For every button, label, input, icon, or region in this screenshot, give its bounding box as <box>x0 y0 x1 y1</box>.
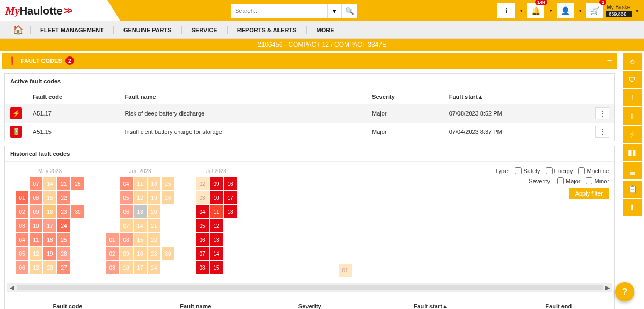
row-actions-menu[interactable]: ⋮ <box>595 126 609 138</box>
calendar-day[interactable]: 01 <box>339 264 352 277</box>
notifications-button[interactable]: 🔔 144 <box>527 3 544 18</box>
calendar-day[interactable]: 22 <box>57 191 70 204</box>
calendar-day[interactable]: 15 <box>134 233 147 246</box>
calendar-day[interactable]: 11 <box>134 177 147 190</box>
nav-genuine-parts[interactable]: GENUINE PARTS <box>113 26 181 34</box>
hist-col-severity[interactable]: Severity <box>262 299 358 309</box>
calendar-day[interactable]: 10 <box>30 219 42 232</box>
calendar-day[interactable]: 11 <box>30 233 42 246</box>
calendar-day[interactable]: 05 <box>196 219 209 232</box>
calendar-day[interactable]: 05 <box>120 191 133 204</box>
scroll-left-arrow[interactable]: ◀ <box>7 284 17 291</box>
calendar-day[interactable]: 02 <box>196 177 209 190</box>
scroll-track[interactable] <box>17 285 603 290</box>
calendar-day[interactable]: 23 <box>57 205 70 218</box>
rail-item-3[interactable]: ⫴ <box>623 107 642 125</box>
calendar-day[interactable]: 16 <box>134 247 147 260</box>
scroll-right-arrow[interactable]: ▶ <box>603 284 612 291</box>
filter-type-energy[interactable]: Energy <box>546 167 573 174</box>
checkbox-major[interactable] <box>557 177 564 184</box>
calendar-day[interactable]: 26 <box>57 247 70 260</box>
nav-fleet-management[interactable]: FLEET MANAGEMENT <box>30 26 113 34</box>
calendar-day[interactable]: 01 <box>106 233 119 246</box>
calendar-scrollbar[interactable]: ◀ ▶ <box>7 283 612 292</box>
calendar-day[interactable]: 06 <box>120 205 133 218</box>
calendar-day[interactable]: 04 <box>120 177 133 190</box>
hist-col-fault-end[interactable]: Fault end <box>504 299 613 309</box>
checkbox-machine[interactable] <box>578 167 585 174</box>
calendar-day[interactable]: 13 <box>134 205 147 218</box>
collapse-button[interactable]: − <box>607 56 612 66</box>
rail-item-0[interactable]: ⎋ <box>623 53 642 70</box>
checkbox-safety[interactable] <box>515 167 522 174</box>
calendar-day[interactable]: 18 <box>224 205 237 218</box>
col-severity[interactable]: Severity <box>367 89 444 104</box>
calendar-day[interactable]: 11 <box>210 205 223 218</box>
calendar-day[interactable]: 02 <box>106 247 119 260</box>
calendar-day[interactable]: 05 <box>16 247 28 260</box>
calendar-day[interactable]: 25 <box>162 177 174 190</box>
calendar-day[interactable]: 04 <box>196 205 209 218</box>
calendar-day[interactable]: 23 <box>148 247 160 260</box>
filter-severity-major[interactable]: Major <box>557 177 581 184</box>
calendar-day[interactable]: 12 <box>134 191 147 204</box>
calendar-day[interactable]: 07 <box>120 219 133 232</box>
calendar-day[interactable]: 13 <box>210 233 223 246</box>
nav-service[interactable]: SERVICE <box>181 26 227 34</box>
nav-reports-alerts[interactable]: REPORTS & ALERTS <box>227 26 306 34</box>
calendar-day[interactable]: 08 <box>120 233 133 246</box>
checkbox-energy[interactable] <box>546 167 553 174</box>
calendar-day[interactable]: 15 <box>210 261 223 274</box>
calendar-day[interactable]: 10 <box>210 191 223 204</box>
hist-col-fault-start[interactable]: Fault start▲ <box>359 299 503 309</box>
calendar-day[interactable]: 16 <box>224 177 237 190</box>
calendar-day[interactable]: 30 <box>71 205 84 218</box>
calendar-day[interactable]: 16 <box>43 205 56 218</box>
filter-type-machine[interactable]: Machine <box>578 167 609 174</box>
rail-item-8[interactable]: ⬇ <box>623 199 642 216</box>
calendar-day[interactable]: 12 <box>30 247 42 260</box>
filter-type-safety[interactable]: Safety <box>515 167 540 174</box>
rail-item-7[interactable]: 📋 <box>623 181 642 198</box>
col-fault-code[interactable]: Fault code <box>27 89 120 104</box>
hist-col-fault-code[interactable]: Fault code <box>6 299 129 309</box>
calendar-day[interactable]: 21 <box>148 219 160 232</box>
calendar-day[interactable]: 18 <box>148 177 160 190</box>
apply-filter-button[interactable]: Apply filter <box>569 188 609 199</box>
calendar-day[interactable]: 14 <box>43 177 56 190</box>
calendar-day[interactable]: 07 <box>196 247 209 260</box>
rail-item-5[interactable]: ▮▮ <box>623 144 642 161</box>
checkbox-minor[interactable] <box>586 177 592 184</box>
calendar-day[interactable]: 14 <box>210 247 223 260</box>
calendar-day[interactable]: 22 <box>148 233 160 246</box>
calendar-day[interactable]: 15 <box>43 191 56 204</box>
nav-more[interactable]: MORE <box>306 26 344 34</box>
calendar-day[interactable]: 26 <box>162 191 174 204</box>
calendar-day[interactable]: 24 <box>148 261 160 274</box>
calendar-day[interactable]: 20 <box>148 205 160 218</box>
calendar-day[interactable]: 27 <box>57 261 70 274</box>
calendar-day[interactable]: 06 <box>196 233 209 246</box>
rail-item-6[interactable]: ▦ <box>623 162 642 179</box>
nav-home[interactable]: 🏠 <box>6 25 30 35</box>
calendar-day[interactable]: 18 <box>43 233 56 246</box>
calendar-day[interactable]: 04 <box>16 233 28 246</box>
calendar-day[interactable]: 14 <box>134 219 147 232</box>
search-button[interactable]: 🔍 <box>341 4 357 18</box>
calendar-day[interactable]: 09 <box>210 177 223 190</box>
calendar-day[interactable]: 03 <box>16 219 28 232</box>
logo[interactable]: My Haulotte >> <box>0 0 107 21</box>
rail-item-4[interactable]: ⚡ <box>623 126 642 143</box>
rail-item-1[interactable]: 🛡 <box>623 71 642 88</box>
calendar-day[interactable]: 07 <box>30 177 42 190</box>
rail-item-2[interactable]: ! <box>623 89 642 106</box>
calendar-day[interactable]: 19 <box>148 191 160 204</box>
calendar-day[interactable]: 06 <box>16 261 28 274</box>
calendar-day[interactable]: 21 <box>57 177 70 190</box>
search-category-dropdown[interactable]: ▾ <box>327 4 341 18</box>
calendar-day[interactable]: 25 <box>57 233 70 246</box>
col-fault-start[interactable]: Fault start▲ <box>444 89 590 104</box>
calendar-day[interactable]: 12 <box>210 219 223 232</box>
calendar-day[interactable]: 30 <box>162 247 174 260</box>
calendar-day[interactable]: 09 <box>120 247 133 260</box>
